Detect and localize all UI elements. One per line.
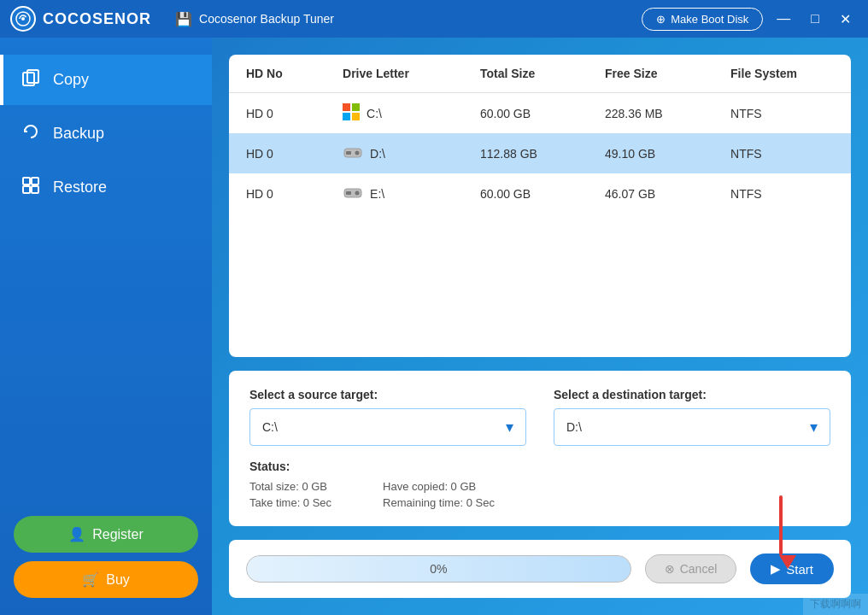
table-row[interactable]: HD 0 D:\ 112.88 GB 49.10 GB NTFS [229, 133, 851, 173]
arrow-line [779, 495, 783, 555]
source-dropdown[interactable]: C:\ ▾ [249, 408, 526, 446]
drive-letter: C:\ [367, 107, 382, 120]
sidebar-item-copy[interactable]: Copy [0, 55, 212, 105]
cell-file-system: NTFS [713, 133, 851, 173]
dest-dropdown-arrow: ▾ [810, 418, 818, 436]
cell-free-size: 49.10 GB [588, 133, 713, 173]
brand-name: COCOSENOR [43, 10, 151, 28]
col-free-size: Free Size [588, 55, 713, 93]
table-row[interactable]: HD 0 C:\ 60.00 GB 228.36 MB NTFS [229, 93, 851, 134]
source-dropdown-arrow: ▾ [506, 418, 513, 436]
make-boot-icon: ⊕ [656, 13, 666, 26]
svg-rect-9 [352, 103, 360, 111]
cell-total-size: 60.00 GB [463, 173, 588, 214]
source-label: Select a source target: [249, 388, 526, 401]
sidebar: Copy Backup Restore [0, 38, 212, 615]
copy-icon [21, 68, 41, 91]
cell-total-size: 60.00 GB [463, 93, 588, 134]
minimize-button[interactable]: — [770, 8, 797, 30]
cell-file-system: NTFS [713, 173, 851, 214]
cell-drive-letter: E:\ [326, 173, 463, 214]
cancel-label: Cancel [680, 562, 718, 576]
disk-icon [343, 144, 363, 163]
total-size-status: Total size: 0 GB [249, 480, 331, 493]
cell-hd-no: HD 0 [229, 173, 326, 214]
drive-table: HD No Drive Letter Total Size Free Size … [229, 55, 851, 214]
col-total-size: Total Size [463, 55, 588, 93]
sidebar-item-backup[interactable]: Backup [0, 108, 212, 159]
watermark: 下载啊啊啊 [803, 594, 868, 615]
status-title: Status: [249, 460, 830, 473]
col-file-system: File System [713, 55, 851, 93]
cell-free-size: 228.36 MB [588, 93, 713, 134]
disk-icon [343, 184, 363, 203]
svg-rect-16 [346, 191, 351, 195]
status-row-right: Have copied: 0 GB Remaining time: 0 Sec [383, 480, 495, 509]
sidebar-item-restore[interactable]: Restore [0, 162, 212, 213]
progress-bar-fill: 0% [247, 556, 630, 582]
svg-rect-5 [32, 178, 38, 184]
svg-rect-7 [32, 186, 38, 193]
app-icon: 💾 [175, 11, 192, 27]
maximize-button[interactable]: □ [804, 8, 826, 30]
svg-rect-8 [343, 103, 350, 111]
cell-free-size: 46.07 GB [588, 173, 713, 214]
make-boot-label: Make Boot Disk [671, 13, 748, 26]
drive-letter: D:\ [370, 147, 385, 161]
take-time-status: Take time: 0 Sec [249, 496, 331, 509]
sidebar-backup-label: Backup [53, 125, 104, 143]
cancel-button[interactable]: ⊗ Cancel [645, 554, 737, 583]
register-icon: 👤 [68, 526, 85, 542]
close-button[interactable]: ✕ [833, 8, 858, 31]
status-section: Status: Total size: 0 GB Take time: 0 Se… [249, 460, 830, 509]
cell-file-system: NTFS [713, 93, 851, 134]
dest-group: Select a destination target: D:\ ▾ [554, 388, 830, 446]
status-row: Total size: 0 GB Take time: 0 Sec Have c… [249, 480, 830, 509]
app-title-section: 💾 Cocosenor Backup Tuner [175, 11, 334, 27]
svg-rect-6 [23, 186, 30, 193]
control-panel: Select a source target: C:\ ▾ Select a d… [229, 371, 851, 526]
svg-rect-4 [23, 178, 30, 184]
status-row-left: Total size: 0 GB Take time: 0 Sec [249, 480, 331, 509]
sidebar-restore-label: Restore [53, 179, 107, 196]
buy-label: Buy [106, 572, 130, 588]
progress-bar-wrapper: 0% [246, 555, 631, 583]
svg-point-14 [355, 151, 360, 155]
make-boot-disk-button[interactable]: ⊕ Make Boot Disk [642, 8, 763, 31]
cancel-icon: ⊗ [665, 562, 675, 576]
buy-icon: 🛒 [82, 571, 99, 588]
sidebar-copy-label: Copy [53, 71, 89, 89]
svg-point-17 [355, 191, 360, 196]
progress-label: 0% [430, 562, 447, 576]
table-header-row: HD No Drive Letter Total Size Free Size … [229, 55, 851, 93]
drive-table-panel: HD No Drive Letter Total Size Free Size … [229, 55, 851, 357]
col-drive-letter: Drive Letter [326, 55, 463, 93]
cell-drive-letter: C:\ [326, 93, 463, 134]
content-area: HD No Drive Letter Total Size Free Size … [212, 38, 868, 615]
cell-total-size: 112.88 GB [463, 133, 588, 173]
svg-rect-10 [343, 113, 350, 120]
table-row[interactable]: HD 0 E:\ 60.00 GB 46.07 GB NTFS [229, 173, 851, 214]
progress-panel: 0% ⊗ Cancel ▶ Start [229, 540, 851, 598]
windows-icon [343, 103, 360, 123]
title-bar: COCOSENOR 💾 Cocosenor Backup Tuner ⊕ Mak… [0, 0, 868, 38]
dest-dropdown[interactable]: D:\ ▾ [554, 408, 830, 446]
restore-icon [21, 176, 41, 199]
drive-letter: E:\ [370, 187, 384, 201]
register-button[interactable]: 👤 Register [14, 516, 198, 553]
backup-icon [21, 122, 41, 145]
sidebar-bottom: 👤 Register 🛒 Buy [0, 516, 212, 598]
logo-circle [10, 6, 36, 32]
brand-logo: COCOSENOR [10, 6, 151, 32]
arrow-head [779, 555, 796, 569]
remaining-time-status: Remaining time: 0 Sec [383, 496, 495, 509]
register-label: Register [92, 527, 144, 542]
buy-button[interactable]: 🛒 Buy [14, 561, 198, 598]
have-copied-status: Have copied: 0 GB [383, 480, 495, 493]
cell-hd-no: HD 0 [229, 133, 326, 173]
dest-value: D:\ [566, 420, 582, 434]
source-group: Select a source target: C:\ ▾ [249, 388, 526, 446]
title-bar-controls: ⊕ Make Boot Disk — □ ✕ [642, 8, 858, 31]
cell-drive-letter: D:\ [326, 133, 463, 173]
svg-rect-11 [352, 113, 360, 120]
